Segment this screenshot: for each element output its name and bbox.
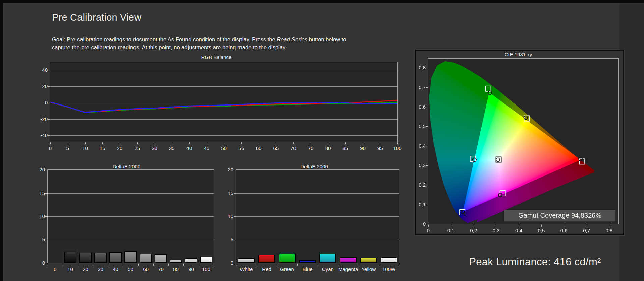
cie-y-tick <box>426 205 428 205</box>
cie-x-tick-label: 0,6 <box>556 228 571 233</box>
deltae-y-tick-label: 10 <box>221 213 233 219</box>
cie-y-tick-label: 0,7 <box>416 84 426 90</box>
rgb-x-tick <box>137 142 138 144</box>
deltae-y-tick-label: 20 <box>221 167 233 172</box>
deltae-x-tick <box>48 264 48 266</box>
cie-y-tick <box>426 165 428 166</box>
cie-marker-overlay <box>428 59 618 224</box>
deltae-gridline <box>236 216 399 217</box>
rgb-x-tick <box>50 142 51 144</box>
deltae-gridline <box>48 170 214 170</box>
deltae-y-tick <box>234 170 236 170</box>
rgb-x-tick-label: 80 <box>321 145 335 151</box>
rgb-x-tick-label: 85 <box>339 145 352 151</box>
rgb-x-tick <box>172 142 172 144</box>
deltae-y-tick <box>234 240 236 240</box>
rgb-x-tick <box>311 142 311 144</box>
rgb-x-tick-label: 75 <box>304 145 317 151</box>
deltae-bar-magenta <box>340 257 357 263</box>
page-title: Pre Calibration View <box>52 12 354 23</box>
deltae-x-tick <box>78 264 78 266</box>
cie-y-tick-label: 0,5 <box>416 123 426 129</box>
deltae-y-tick-label: 20 <box>33 167 45 172</box>
rgb-x-tick-label: 65 <box>269 145 283 151</box>
rgb-x-tick-label: 30 <box>148 145 161 151</box>
rgb-y-tick <box>48 135 50 136</box>
rgb-x-tick <box>189 142 190 144</box>
cie-y-tick <box>426 185 428 185</box>
deltae-gridline <box>236 240 399 240</box>
cie-x-tick-label: 0,1 <box>443 228 458 233</box>
deltae-y-tick <box>45 170 47 170</box>
deltae-bar-100 <box>200 257 213 263</box>
cie-x-tick <box>609 225 609 227</box>
deltae-x-tick <box>359 264 359 266</box>
cie-1931-panel: CIE 1931 xy Gamut Coverage 94,8326% 00,1… <box>415 50 624 235</box>
cie-x-tick <box>587 225 587 227</box>
deltae-bar-70 <box>155 254 167 263</box>
rgb-y-tick-label: -40 <box>34 132 48 138</box>
cie-x-tick <box>541 225 542 227</box>
cie-y-tick <box>426 224 428 224</box>
deltae-bar-20 <box>79 253 92 263</box>
rgb-x-tick <box>207 142 207 144</box>
cie-y-tick <box>426 126 428 127</box>
rgb-x-tick-label: 90 <box>356 145 370 151</box>
deltae-bar-40 <box>109 252 122 263</box>
deltae-colors-chart: DeltaE 2000 05101520WhiteRedGreenBlueCya… <box>220 162 408 276</box>
deltae-category-label: 100W <box>374 266 404 272</box>
deltae-colors-title: DeltaE 2000 <box>236 164 392 169</box>
peak-luminance-label: Peak Luminance: 416 cd/m² <box>436 256 634 268</box>
rgb-x-tick <box>120 142 120 144</box>
deltae-x-tick <box>236 264 236 266</box>
rgb-balance-title: RGB Balance <box>50 54 382 60</box>
rgb-x-tick-label: 0 <box>44 145 57 151</box>
deltae-bar-60 <box>140 254 152 263</box>
cie-y-tick <box>426 68 428 68</box>
cie-y-tick-label: 0,4 <box>416 143 426 149</box>
rgb-y-tick-label: 0 <box>34 100 48 106</box>
deltae-bar-50 <box>124 251 137 263</box>
deltae-x-tick <box>93 264 93 266</box>
rgb-y-tick <box>48 119 50 120</box>
deltae-y-tick-label: 0 <box>221 260 233 266</box>
rgb-x-tick <box>380 142 380 144</box>
deltae-y-tick <box>234 216 236 217</box>
deltae-x-tick <box>199 264 199 266</box>
cie-y-tick-label: 0,8 <box>416 65 426 70</box>
deltae-x-tick <box>338 264 338 266</box>
cie-x-tick-label: 0,5 <box>534 228 549 233</box>
cie-x-tick-label: 0,3 <box>489 228 503 233</box>
deltae-bar-80 <box>170 260 182 263</box>
deltae-y-tick <box>45 263 47 263</box>
deltae-y-tick-label: 5 <box>221 237 233 242</box>
gamut-coverage-badge: Gamut Coverage 94,8326% <box>504 210 615 221</box>
rgb-x-tick-label: 45 <box>200 145 213 151</box>
deltae-x-tick <box>214 264 214 266</box>
deltae-x-tick <box>108 264 108 266</box>
cie-x-tick-label: 0,7 <box>579 228 594 233</box>
deltae-y-tick-label: 0 <box>33 260 45 266</box>
rgb-x-tick <box>397 142 398 144</box>
deltae-y-tick <box>234 263 236 263</box>
rgb-x-tick <box>241 142 241 144</box>
cie-y-tick <box>426 146 428 146</box>
deltae-x-tick <box>379 264 379 266</box>
pre-calibration-view: Pre Calibration View Goal: Pre-calibrati… <box>0 0 644 281</box>
rgb-x-tick <box>102 142 103 144</box>
deltae-grayscale-chart: DeltaE 2000 0510152001020304050607080901… <box>30 162 225 276</box>
rgb-x-tick-label: 10 <box>78 145 92 151</box>
cie-x-tick-label: 0,2 <box>466 228 481 233</box>
cie-y-tick-label: 0 <box>416 221 426 227</box>
cie-y-tick-label: 0,1 <box>416 202 426 207</box>
cie-x-tick <box>451 225 451 227</box>
blue-measured-marker <box>461 210 465 214</box>
rgb-x-tick-label: 20 <box>113 145 126 151</box>
goal-line1-pre: Goal: Pre-calibration readings to docume… <box>52 36 277 42</box>
deltae-gridline <box>48 240 214 240</box>
rgb-x-tick <box>293 142 294 144</box>
rgb-x-tick-label: 35 <box>165 145 178 151</box>
rgb-x-tick <box>363 142 363 144</box>
rgb-y-tick <box>48 70 50 70</box>
deltae-y-tick-label: 15 <box>33 190 45 196</box>
